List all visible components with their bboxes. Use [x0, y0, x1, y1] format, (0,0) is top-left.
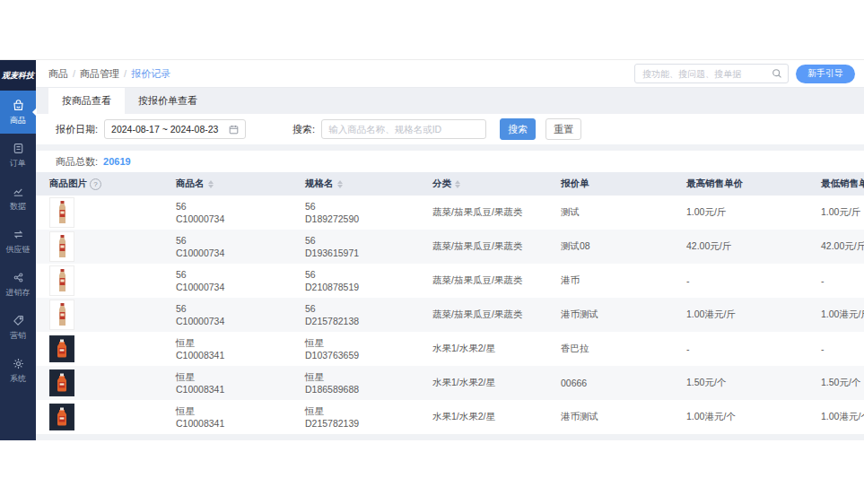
bottle-photo	[57, 201, 67, 224]
table-row[interactable]: 恒星C10008341 恒星D215782139 水果1/水果2/星 港币测试 …	[36, 400, 864, 434]
product-image[interactable]	[49, 231, 74, 262]
sidebar-item-data[interactable]: 数据	[0, 177, 36, 220]
category-cell: 蔬菜/茄果瓜豆/果蔬类	[419, 206, 547, 219]
column-header-max-price: 最高销售单价	[673, 178, 807, 190]
date-range-picker[interactable]: 2024-08-17 ~ 2024-08-23	[104, 119, 246, 139]
category-cell: 蔬菜/茄果瓜豆/果蔬类	[419, 240, 547, 253]
tag-icon	[12, 314, 25, 327]
quotes-table: 商品图片 ? 商品名 规格名 分类 报价单	[36, 172, 864, 440]
search-button[interactable]: 搜索	[500, 118, 536, 140]
min-price-cell: 1.00港元/斤	[807, 308, 864, 321]
product-image[interactable]	[49, 369, 74, 396]
table-row[interactable]: 56C10000734 56D210878519 蔬菜/茄果瓜豆/果蔬类 港币 …	[36, 264, 864, 298]
total-count-value: 20619	[103, 156, 131, 167]
sidebar-item-goods[interactable]: 商品	[0, 91, 36, 134]
tab-strip: 按商品查看 按报价单查看	[36, 87, 864, 114]
category-cell: 水果1/水果2/星	[419, 411, 547, 423]
max-price-cell: 1.00港元/斤	[673, 308, 807, 321]
column-header-quote-sheet: 报价单	[547, 178, 673, 190]
sort-icon[interactable]	[455, 180, 460, 188]
category-cell: 水果1/水果2/星	[419, 377, 547, 389]
breadcrumb-bar: 商品 / 商品管理 / 报价记录 新手引导	[36, 60, 864, 87]
product-search-input[interactable]	[321, 119, 486, 139]
sort-icon[interactable]	[337, 180, 343, 188]
tab-by-quote-sheet[interactable]: 按报价单查看	[125, 88, 211, 114]
table-header-row: 商品图片 ? 商品名 规格名 分类 报价单	[36, 172, 864, 196]
column-header-spec-name[interactable]: 规格名	[292, 178, 419, 190]
bottle-photo	[57, 303, 67, 326]
product-image[interactable]	[49, 265, 74, 296]
tab-by-product[interactable]: 按商品查看	[48, 88, 125, 114]
column-header-product-image: 商品图片 ?	[36, 178, 162, 190]
min-price-cell: -	[807, 343, 864, 354]
min-price-cell: -	[807, 275, 864, 286]
sidebar-item-supply-chain[interactable]: 供应链	[0, 220, 36, 263]
table-row[interactable]: 恒星C10008341 恒星D186589688 水果1/水果2/星 00666…	[36, 366, 864, 400]
product-image[interactable]	[49, 404, 74, 430]
sidebar-item-label: 系统	[10, 373, 26, 385]
sidebar-item-inventory[interactable]: 进销存	[0, 263, 36, 306]
help-icon[interactable]: ?	[90, 178, 101, 190]
date-range-value: 2024-08-17 ~ 2024-08-23	[111, 124, 218, 135]
reset-button[interactable]: 重置	[545, 118, 581, 140]
min-price-cell: 1.00港元/个	[807, 411, 864, 423]
quote-sheet-cell: 香巴拉	[547, 343, 673, 355]
calendar-icon	[229, 125, 239, 135]
product-image[interactable]	[49, 300, 74, 330]
column-header-category[interactable]: 分类	[419, 178, 547, 190]
gear-icon	[12, 357, 25, 370]
sidebar-item-marketing[interactable]: 营销	[0, 306, 36, 349]
quote-sheet-cell: 港币测试	[547, 308, 673, 321]
max-price-cell: 1.00元/斤	[673, 206, 807, 219]
detergent-photo	[51, 405, 73, 429]
supply-chain-icon	[12, 228, 25, 241]
max-price-cell: 1.50元/个	[673, 377, 807, 389]
breadcrumb: 商品 / 商品管理 / 报价记录	[48, 67, 170, 81]
category-cell: 水果1/水果2/星	[419, 343, 547, 355]
max-price-cell: -	[673, 275, 807, 286]
sidebar-item-label: 订单	[10, 158, 26, 169]
sidebar-item-orders[interactable]: 订单	[0, 134, 36, 177]
inventory-icon	[12, 271, 25, 284]
order-icon	[12, 142, 25, 155]
table-body: 56C10000734 56D189272590 蔬菜/茄果瓜豆/果蔬类 测试 …	[36, 196, 864, 434]
summary-bar: 商品总数: 20619	[36, 151, 864, 172]
sidebar-item-label: 商品	[10, 115, 26, 126]
app-window: 观麦科技 商品 订单 数据 供应链 进销存 营销 系统	[0, 59, 864, 440]
table-row[interactable]: 56C10000734 56D215782138 蔬菜/茄果瓜豆/果蔬类 港币测…	[36, 298, 864, 332]
table-row[interactable]: 56C10000734 56D193615971 蔬菜/茄果瓜豆/果蔬类 测试0…	[36, 230, 864, 264]
table-row[interactable]: 56C10000734 56D189272590 蔬菜/茄果瓜豆/果蔬类 测试 …	[36, 196, 864, 230]
global-search-input[interactable]	[641, 68, 772, 80]
breadcrumb-item[interactable]: 商品管理	[80, 67, 119, 81]
sidebar-item-label: 供应链	[6, 244, 31, 256]
min-price-cell: 1.50元/个	[807, 377, 864, 389]
category-cell: 蔬菜/茄果瓜豆/果蔬类	[419, 308, 547, 321]
max-price-cell: 42.00元/斤	[673, 240, 807, 253]
beginner-guide-button[interactable]: 新手引导	[796, 65, 855, 83]
bag-icon	[12, 99, 25, 112]
min-price-cell: 42.00元/斤	[807, 240, 864, 253]
search-icon[interactable]	[772, 68, 782, 79]
sidebar-item-label: 数据	[10, 201, 26, 213]
column-header-product-name[interactable]: 商品名	[162, 178, 292, 190]
quote-sheet-cell: 00666	[547, 378, 673, 388]
global-search-box[interactable]	[634, 64, 789, 83]
section-divider	[36, 144, 864, 151]
chart-icon	[12, 185, 25, 198]
total-count-label: 商品总数:	[56, 155, 98, 169]
max-price-cell: -	[673, 343, 807, 354]
table-row[interactable]: 恒星C10008341 恒星D103763659 水果1/水果2/星 香巴拉 -…	[36, 332, 864, 366]
sort-icon[interactable]	[208, 180, 214, 188]
min-price-cell: 1.00元/斤	[807, 206, 864, 219]
detergent-photo	[51, 337, 73, 361]
filter-bar: 报价日期: 2024-08-17 ~ 2024-08-23 搜索: 搜索 重置	[36, 114, 864, 144]
sidebar-item-system[interactable]: 系统	[0, 349, 36, 392]
product-image[interactable]	[49, 335, 74, 362]
date-filter-label: 报价日期:	[56, 123, 98, 136]
topbar-actions: 新手引导	[634, 64, 855, 83]
breadcrumb-item[interactable]: 商品	[48, 67, 68, 81]
product-image[interactable]	[49, 197, 74, 228]
breadcrumb-current: 报价记录	[131, 67, 170, 81]
category-cell: 蔬菜/茄果瓜豆/果蔬类	[419, 274, 547, 287]
sidebar-item-label: 营销	[10, 330, 26, 342]
